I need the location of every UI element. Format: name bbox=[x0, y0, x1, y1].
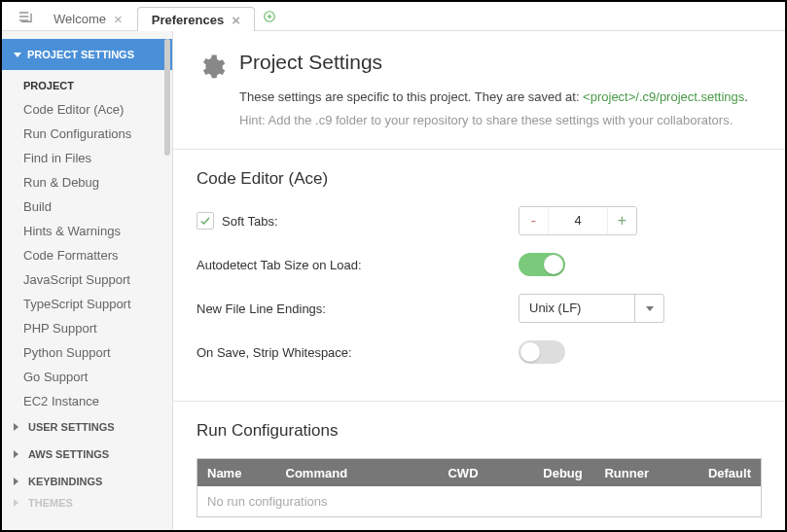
sidebar-section-label: THEMES bbox=[28, 497, 73, 509]
col-runner[interactable]: Runner bbox=[594, 466, 698, 480]
remove-selected-button[interactable]: Remove Selected Configs bbox=[198, 527, 344, 530]
select-value: Unix (LF) bbox=[519, 295, 634, 322]
scrollbar-thumb[interactable] bbox=[164, 39, 170, 156]
chevron-down-icon bbox=[14, 53, 21, 57]
close-icon[interactable]: × bbox=[232, 12, 240, 28]
sidebar-item[interactable]: TypeScript Support bbox=[2, 292, 172, 316]
sidebar-item[interactable]: JavaScript Support bbox=[2, 267, 172, 292]
col-default[interactable]: Default bbox=[698, 466, 761, 480]
col-name[interactable]: Name bbox=[197, 466, 276, 480]
sidebar-item[interactable]: Go Support bbox=[2, 365, 172, 389]
tab-preferences[interactable]: Preferences × bbox=[137, 7, 255, 31]
soft-tabs-stepper: - 4 + bbox=[519, 206, 637, 235]
chevron-right-icon bbox=[14, 499, 22, 507]
autodetect-label: Autodetect Tab Size on Load: bbox=[197, 258, 519, 272]
svg-rect-1 bbox=[19, 16, 28, 17]
line-endings-label: New File Line Endings: bbox=[197, 301, 519, 316]
set-as-default-button[interactable]: Set As Default bbox=[467, 527, 547, 530]
sidebar-section-aws-settings[interactable]: AWS SETTINGS bbox=[2, 441, 172, 468]
gear-icon bbox=[197, 53, 226, 82]
sidebar-section-label: KEYBINDINGS bbox=[28, 476, 102, 487]
table-empty-text: No run configurations bbox=[197, 486, 761, 516]
section-title-editor: Code Editor (Ace) bbox=[197, 169, 762, 189]
svg-rect-0 bbox=[19, 12, 28, 13]
strip-ws-label: On Save, Strip Whitespace: bbox=[197, 345, 519, 360]
chevron-right-icon bbox=[14, 450, 22, 458]
close-icon[interactable]: × bbox=[114, 11, 123, 27]
table-actions: Remove Selected Configs Add New Config S… bbox=[197, 517, 762, 530]
chevron-right-icon bbox=[14, 478, 22, 485]
sidebar-item[interactable]: Build bbox=[2, 195, 172, 219]
sidebar-section-user-settings[interactable]: USER SETTINGS bbox=[2, 413, 172, 441]
page-description: These settings are specific to this proj… bbox=[239, 88, 748, 107]
sidebar-section-label: USER SETTINGS bbox=[28, 421, 115, 433]
col-debug[interactable]: Debug bbox=[533, 466, 594, 480]
sidebar-item[interactable]: Python Support bbox=[2, 340, 172, 365]
tab-welcome[interactable]: Welcome × bbox=[39, 6, 137, 30]
line-endings-select[interactable]: Unix (LF) bbox=[519, 294, 664, 323]
run-config-table: Name Command CWD Debug Runner Default No… bbox=[197, 458, 762, 517]
stepper-decrement[interactable]: - bbox=[519, 207, 549, 234]
tab-label: Welcome bbox=[54, 12, 106, 26]
check-icon bbox=[199, 215, 211, 227]
strip-ws-toggle[interactable] bbox=[519, 340, 565, 364]
sidebar-item[interactable]: Run Configurations bbox=[2, 122, 172, 146]
autodetect-toggle[interactable] bbox=[519, 253, 565, 276]
sidebar-item[interactable]: Code Formatters bbox=[2, 243, 172, 267]
sidebar-item[interactable]: Run & Debug bbox=[2, 170, 172, 195]
soft-tabs-checkbox[interactable] bbox=[197, 212, 214, 230]
chevron-right-icon bbox=[14, 423, 22, 431]
stepper-increment[interactable]: + bbox=[607, 207, 636, 234]
settings-path: <project>/.c9/project.settings bbox=[583, 89, 744, 104]
sidebar-section-keybindings[interactable]: KEYBINDINGS bbox=[2, 468, 172, 495]
col-command[interactable]: Command bbox=[276, 466, 439, 480]
sidebar-section-label: PROJECT SETTINGS bbox=[27, 49, 134, 60]
sidebar-item[interactable]: PHP Support bbox=[2, 316, 172, 340]
stepper-value[interactable]: 4 bbox=[549, 207, 607, 234]
sidebar-section-project-settings[interactable]: PROJECT SETTINGS bbox=[2, 39, 172, 70]
main-content: Project Settings These settings are spec… bbox=[173, 31, 785, 530]
sidebar-section-themes[interactable]: THEMES bbox=[2, 495, 172, 511]
tab-add-button[interactable] bbox=[255, 2, 284, 30]
table-header: Name Command CWD Debug Runner Default bbox=[197, 459, 761, 486]
sidebar-item[interactable]: Code Editor (Ace) bbox=[2, 97, 172, 122]
page-hint: Hint: Add the .c9 folder to your reposit… bbox=[239, 111, 748, 130]
section-title-run: Run Configurations bbox=[197, 421, 762, 441]
sidebar-item[interactable]: Find in Files bbox=[2, 146, 172, 170]
tab-bar: Welcome × Preferences × bbox=[2, 2, 785, 31]
col-cwd[interactable]: CWD bbox=[438, 466, 533, 480]
tab-menu-icon[interactable] bbox=[12, 2, 39, 30]
sidebar-section-label: AWS SETTINGS bbox=[28, 448, 109, 460]
page-title: Project Settings bbox=[239, 51, 748, 74]
chevron-down-icon bbox=[634, 295, 663, 322]
sidebar-item[interactable]: Hints & Warnings bbox=[2, 219, 172, 243]
svg-rect-2 bbox=[19, 19, 28, 20]
sidebar-group-title: PROJECT bbox=[2, 70, 172, 97]
sidebar: PROJECT SETTINGS PROJECT Code Editor (Ac… bbox=[2, 31, 173, 530]
soft-tabs-label: Soft Tabs: bbox=[222, 214, 278, 229]
tab-label: Preferences bbox=[152, 13, 224, 27]
add-new-config-button[interactable]: Add New Config bbox=[360, 527, 451, 530]
sidebar-item[interactable]: EC2 Instance bbox=[2, 389, 172, 413]
